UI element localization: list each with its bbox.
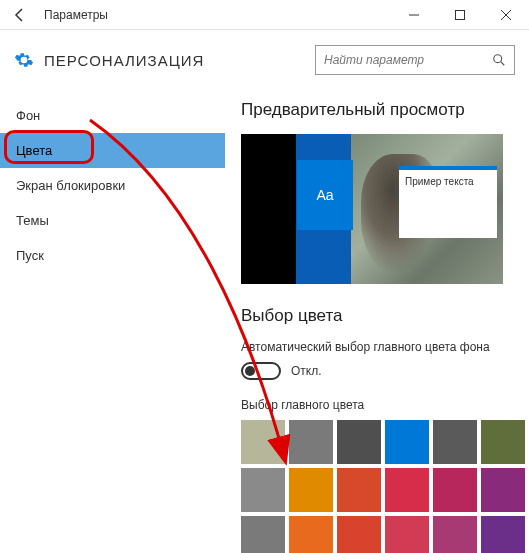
sidebar-item-themes[interactable]: Темы [0,203,225,238]
color-swatch[interactable] [289,516,333,553]
color-swatch[interactable] [481,516,525,553]
color-swatch[interactable] [289,420,333,464]
color-swatch-grid [241,420,513,553]
search-icon [492,53,506,67]
maximize-button[interactable] [437,0,483,30]
search-input[interactable] [324,53,492,67]
color-swatch[interactable] [385,420,429,464]
color-swatch[interactable] [337,516,381,553]
preview-text-window: Пример текста [399,166,497,238]
close-button[interactable] [483,0,529,30]
toggle-track [241,362,281,380]
svg-point-4 [494,55,502,63]
accent-label: Выбор главного цвета [241,398,513,412]
minimize-button[interactable] [391,0,437,30]
toggle-state-label: Откл. [291,364,322,378]
svg-line-5 [501,62,505,66]
preview-aa-tile: Aa [297,160,353,230]
header: ПЕРСОНАЛИЗАЦИЯ [0,30,529,90]
body: Фон Цвета Экран блокировки Темы Пуск Пре… [0,90,529,553]
sidebar: Фон Цвета Экран блокировки Темы Пуск [0,90,225,553]
back-button[interactable] [0,0,40,30]
gear-icon [14,50,34,70]
color-swatch[interactable] [385,468,429,512]
auto-color-toggle[interactable]: Откл. [241,362,513,380]
titlebar: Параметры [0,0,529,30]
preview-heading: Предварительный просмотр [241,100,513,120]
sidebar-item-colors[interactable]: Цвета [0,133,225,168]
window-title: Параметры [40,8,391,22]
close-icon [501,10,511,20]
color-swatch[interactable] [241,468,285,512]
sidebar-item-start[interactable]: Пуск [0,238,225,273]
preview-taskbar [241,134,296,284]
color-swatch[interactable] [289,468,333,512]
color-heading: Выбор цвета [241,306,513,326]
sidebar-item-lockscreen[interactable]: Экран блокировки [0,168,225,203]
color-swatch[interactable] [481,420,525,464]
maximize-icon [455,10,465,20]
sidebar-item-background[interactable]: Фон [0,98,225,133]
color-swatch[interactable] [385,516,429,553]
color-swatch[interactable] [433,516,477,553]
color-swatch[interactable] [433,420,477,464]
color-swatch[interactable] [241,516,285,553]
content: Предварительный просмотр Aa Пример текст… [225,90,529,553]
preview-pane: Aa Пример текста [241,134,503,284]
toggle-thumb [245,366,255,376]
minimize-icon [409,10,419,20]
search-box[interactable] [315,45,515,75]
window-controls [391,0,529,30]
color-swatch[interactable] [241,420,285,464]
page-title: ПЕРСОНАЛИЗАЦИЯ [44,52,305,69]
auto-color-label: Автоматический выбор главного цвета фона [241,340,513,354]
color-swatch[interactable] [481,468,525,512]
color-swatch[interactable] [433,468,477,512]
back-arrow-icon [12,7,28,23]
color-swatch[interactable] [337,468,381,512]
color-swatch[interactable] [337,420,381,464]
svg-rect-1 [456,10,465,19]
